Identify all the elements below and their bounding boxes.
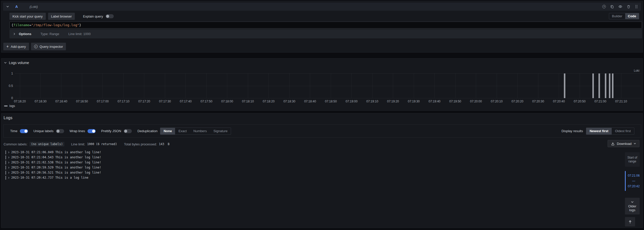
log-row[interactable]: 2023-10-31 07:20:59.529This is another l… (3, 165, 101, 170)
start-of-range-button[interactable]: Start of range (625, 152, 640, 167)
volume-bar (605, 73, 606, 98)
logs-volume-chart: 10.5007:16:2007:16:3007:16:4007:16:5007:… (1, 58, 643, 111)
label-browser-button[interactable]: Label browser (48, 13, 75, 20)
eye-icon[interactable] (618, 5, 622, 9)
query-label-value: "/tmp/flow-logs/log.log" (31, 23, 79, 27)
y-axis-label: 1 (1, 72, 13, 75)
deduplication-options: NoneExactNumbersSignature (160, 128, 231, 135)
gridline-v (103, 73, 103, 98)
gridline-h (15, 73, 641, 74)
gridline-v (517, 73, 518, 98)
option-none[interactable]: None (160, 128, 175, 134)
older-logs-button[interactable]: Older logs (625, 198, 640, 214)
unique-labels-toggle[interactable] (56, 129, 64, 133)
expand-row-icon[interactable] (8, 166, 10, 169)
y-axis-label: 0 (1, 96, 13, 100)
x-axis-label: 07:21:10 (611, 100, 631, 103)
log-row[interactable]: 2023-10-31 07:20:42.737This is a log lin… (3, 175, 101, 180)
deduplication-group: Deduplication NoneExactNumbersSignature (137, 128, 231, 135)
query-code-editor[interactable]: {filename="/tmp/flow-logs/log.log"} (9, 22, 642, 28)
prettify-json-toggle[interactable] (124, 129, 132, 133)
x-axis-label: 07:18:50 (321, 100, 341, 103)
meta-value: 143 B (159, 142, 170, 146)
volume-bar (564, 73, 565, 98)
wrap-lines-group: Wrap lines (69, 129, 96, 133)
query-row-header[interactable]: A (Loki) ? (3, 3, 641, 11)
toggle-label: Time (10, 129, 17, 133)
prettify-json-group: Prettify JSON (101, 129, 132, 133)
gridline-v (82, 73, 82, 98)
log-row[interactable]: 2023-10-31 07:21:02.538This is another l… (3, 160, 101, 165)
log-timestamp: 2023-10-31 07:21:06.049 (11, 150, 53, 154)
log-row[interactable]: 2023-10-31 07:21:06.049This is another l… (3, 150, 101, 155)
legend-swatch (4, 105, 8, 106)
query-label-name: filename (13, 23, 30, 27)
wrap-lines-toggle[interactable] (88, 129, 96, 133)
query-options-row[interactable]: Options Type: Range Line limit: 1000 (9, 29, 642, 38)
add-query-button[interactable]: + Add query (3, 43, 29, 50)
copy-icon[interactable] (610, 5, 614, 9)
trash-icon[interactable] (627, 5, 631, 9)
gridline-v (600, 73, 600, 98)
meta-item: Common labels:(no unique labels) (4, 142, 64, 146)
x-axis-label: 07:17:40 (176, 100, 196, 103)
toggle-label: Unique labels (33, 129, 53, 133)
gridline-v (393, 73, 393, 98)
drag-handle-icon[interactable] (635, 5, 638, 9)
gridline-v (414, 73, 414, 98)
display-results-label: Display results (562, 129, 583, 133)
option-code[interactable]: Code (625, 13, 639, 19)
kick-start-query-button[interactable]: Kick start your query (9, 13, 46, 20)
explain-query-toggle[interactable] (106, 14, 114, 18)
chevron-down-icon (634, 142, 636, 145)
expand-row-icon[interactable] (8, 172, 10, 174)
option-oldest-first[interactable]: Oldest first (612, 128, 634, 134)
time-toggle[interactable] (20, 129, 28, 133)
log-timestamp: 2023-10-31 07:21:02.538 (11, 161, 53, 164)
gridline-v (227, 73, 227, 98)
volume-bar (612, 73, 613, 98)
log-range-indicator: 07:21:06 — 07:20:42 (625, 171, 642, 191)
expand-row-icon[interactable] (8, 177, 10, 179)
download-button[interactable]: Download (608, 140, 639, 147)
download-icon (611, 142, 615, 146)
log-row[interactable]: 2023-10-31 07:20:56.521This is another l… (3, 170, 101, 175)
option-signature[interactable]: Signature (210, 128, 231, 134)
option-numbers[interactable]: Numbers (190, 128, 210, 134)
legend-item-logs[interactable]: logs (4, 104, 15, 108)
meta-label: Line limit: (71, 142, 85, 146)
gridline-h (15, 86, 641, 86)
explore-pane: A (Loki) ? Kick start your query (0, 0, 644, 230)
explain-query-label: Explain query (83, 14, 103, 18)
option-builder[interactable]: Builder (609, 13, 625, 19)
range-end-time: 07:20:42 (628, 185, 640, 188)
x-axis-label: 07:21:00 (590, 100, 611, 103)
gridline-v (331, 73, 331, 98)
help-icon[interactable]: ? (602, 5, 606, 8)
x-axis-label: 07:19:00 (341, 100, 362, 103)
log-message: This is another log line! (55, 171, 101, 174)
info-icon: i (34, 45, 38, 48)
expand-row-icon[interactable] (8, 161, 10, 164)
gridline-v (248, 73, 248, 98)
x-axis-label: 07:17:20 (134, 100, 154, 103)
editor-mode-group: BuilderCode (609, 13, 639, 19)
expand-row-icon[interactable] (8, 151, 10, 154)
options-line-limit: Line limit: 1000 (68, 32, 91, 36)
x-axis-label: 07:19:30 (404, 100, 424, 103)
scroll-to-top-button[interactable] (625, 217, 635, 226)
expand-row-icon[interactable] (8, 156, 10, 159)
log-message: This is a log line (55, 176, 88, 179)
log-message: This is another log line! (55, 150, 101, 154)
x-axis-label: 07:17:10 (113, 100, 134, 103)
x-axis-label: 07:16:40 (51, 100, 71, 103)
y-axis-label: 0.5 (1, 84, 13, 88)
log-row[interactable]: 2023-10-31 07:21:04.543This is another l… (3, 155, 101, 160)
log-level-bar (5, 176, 6, 180)
option-newest-first[interactable]: Newest first (586, 128, 612, 134)
x-axis-label: 07:19:10 (362, 100, 382, 103)
option-exact[interactable]: Exact (175, 128, 190, 134)
query-actions: + Add query i Query inspector (3, 43, 66, 50)
query-inspector-button[interactable]: i Query inspector (31, 43, 66, 50)
x-axis-label: 07:20:10 (486, 100, 507, 103)
